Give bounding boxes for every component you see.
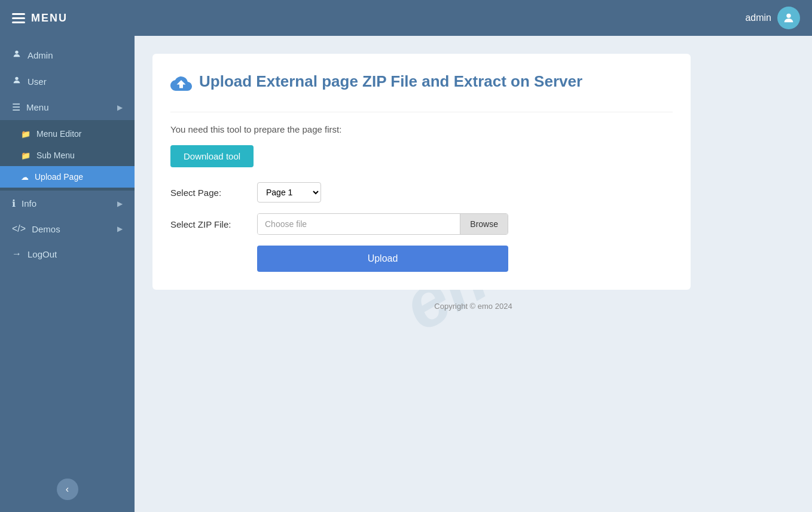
sidebar-item-demos[interactable]: </> Demos ▶ [0,216,135,241]
menu-label: MENU [31,12,68,24]
admin-icon [12,49,22,61]
sidebar-item-sub-menu-label: Sub Menu [36,151,75,160]
nav-user-area: admin [745,7,800,29]
menu-editor-icon: 📁 [21,130,30,139]
sub-menu-icon: 📁 [21,151,30,160]
upload-icon: ☁ [21,173,29,182]
copyright-text: Copyright © emo 2024 [152,302,794,311]
main-content: emo Upload External page ZIP File and Ex… [135,36,812,512]
sidebar-item-user-label: User [28,76,47,87]
select-page-dropdown[interactable]: Page 1 Page 2 Page 3 [257,182,321,203]
page-title-text: Upload External page ZIP File and Extrac… [199,72,582,92]
sidebar-item-admin[interactable]: Admin [0,42,135,68]
admin-name-label: admin [745,13,771,23]
sidebar-item-sub-menu[interactable]: 📁 Sub Menu [0,145,135,166]
sidebar-item-logout[interactable]: → LogOut [0,241,135,266]
sidebar-item-info[interactable]: ℹ Info ▶ [0,191,135,216]
menu-sidebar-icon: ☰ [12,102,20,113]
upload-button[interactable]: Upload [257,246,508,272]
sidebar-item-logout-label: LogOut [28,249,57,259]
svg-point-1 [15,51,18,54]
sidebar-item-demos-label: Demos [32,224,60,234]
browse-button[interactable]: Browse [460,214,508,234]
sidebar-item-user[interactable]: User [0,68,135,94]
chevron-right-icon: ▶ [117,103,123,112]
collapse-arrow-icon: ‹ [66,484,69,495]
sidebar-item-menu-label: Menu [26,102,49,112]
info-chevron-icon: ▶ [117,200,123,208]
select-page-row: Select Page: Page 1 Page 2 Page 3 [170,182,673,203]
sidebar: Admin User ☰ Menu ▶ [0,36,135,512]
demos-icon: </> [12,223,26,234]
select-zip-label: Select ZIP File: [170,219,248,229]
main-layout: Admin User ☰ Menu ▶ [0,36,812,512]
page-title: Upload External page ZIP File and Extrac… [170,72,673,112]
logout-icon: → [12,249,22,259]
sidebar-item-upload-page[interactable]: ☁ Upload Page [0,166,135,188]
info-icon: ℹ [12,198,16,209]
sidebar-item-menu-editor[interactable]: 📁 Menu Editor [0,123,135,145]
file-input-wrapper: Choose file Browse [257,213,508,235]
instruction-text: You need this tool to prepare the page f… [170,124,673,134]
nav-brand: MENU [12,12,68,24]
avatar[interactable] [777,7,800,29]
sidebar-nav: Admin User ☰ Menu ▶ [0,36,135,512]
menu-submenu: 📁 Menu Editor 📁 Sub Menu ☁ Upload Page [0,120,135,191]
svg-point-0 [786,14,790,18]
top-navigation: MENU admin [0,0,812,36]
file-input-placeholder: Choose file [258,214,460,234]
user-icon [12,75,22,87]
sidebar-item-upload-page-label: Upload Page [35,172,83,182]
cloud-upload-icon [170,73,192,100]
download-tool-button[interactable]: Download tool [170,145,254,167]
sidebar-item-admin-label: Admin [28,50,53,60]
select-zip-row: Select ZIP File: Choose file Browse [170,213,673,235]
sidebar-item-menu-editor-label: Menu Editor [36,129,81,139]
sidebar-collapse-button[interactable]: ‹ [57,479,78,500]
sidebar-item-menu[interactable]: ☰ Menu ▶ [0,94,135,120]
svg-point-2 [15,77,18,80]
demos-chevron-icon: ▶ [117,225,123,233]
upload-card: Upload External page ZIP File and Extrac… [152,54,691,290]
select-page-label: Select Page: [170,188,248,198]
sidebar-item-info-label: Info [22,198,36,209]
hamburger-icon[interactable] [12,13,25,23]
